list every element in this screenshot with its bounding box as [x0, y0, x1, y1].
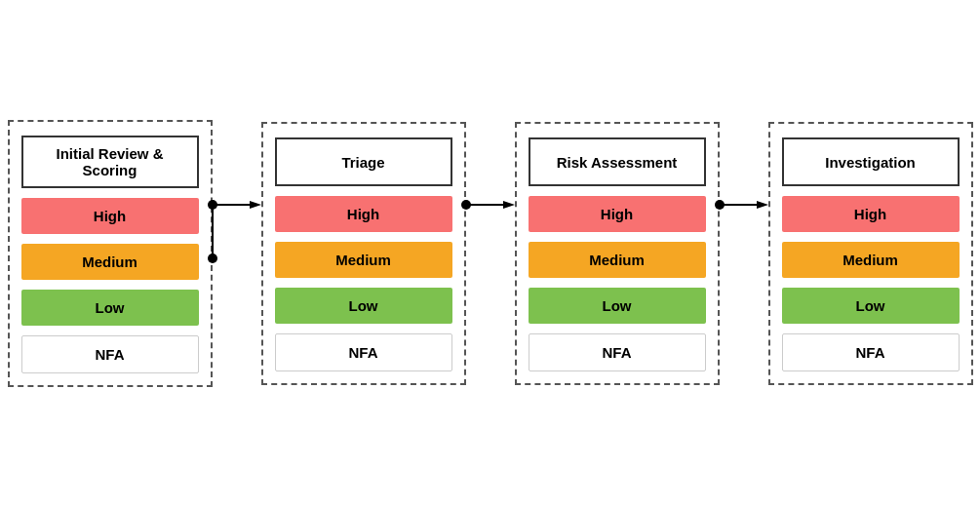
- item-high-1: High: [21, 198, 199, 234]
- arrow-2-svg: [466, 107, 515, 400]
- arrow-2-container: [466, 107, 515, 400]
- svg-marker-7: [503, 201, 515, 209]
- item-low-4: Low: [782, 288, 960, 324]
- arrow-1-container: [213, 107, 261, 400]
- workflow-diagram: Initial Review & Scoring High Medium Low…: [0, 88, 980, 419]
- arrow-3-container: [720, 107, 768, 400]
- item-medium-2: Medium: [275, 242, 452, 278]
- stage-investigation: Investigation High Medium Low NFA: [768, 122, 973, 385]
- stage-triage: Triage High Medium Low NFA: [261, 122, 466, 385]
- item-low-3: Low: [529, 288, 706, 324]
- item-nfa-4: NFA: [782, 333, 960, 371]
- item-medium-4: Medium: [782, 242, 960, 278]
- arrow-3-svg: [720, 107, 768, 400]
- stage-risk-assessment: Risk Assessment High Medium Low NFA: [515, 122, 720, 385]
- item-medium-3: Medium: [529, 242, 706, 278]
- stage-title-triage: Triage: [275, 137, 452, 186]
- arrow-1-svg: [213, 107, 261, 400]
- stage-title-investigation: Investigation: [782, 137, 960, 186]
- item-nfa-1: NFA: [21, 335, 199, 373]
- item-nfa-3: NFA: [529, 333, 706, 371]
- item-high-3: High: [529, 196, 706, 232]
- stage-initial-review: Initial Review & Scoring High Medium Low…: [8, 120, 213, 387]
- item-high-2: High: [275, 196, 452, 232]
- item-nfa-2: NFA: [275, 333, 452, 371]
- stage-title-initial-review: Initial Review & Scoring: [21, 136, 199, 188]
- svg-marker-1: [250, 201, 261, 209]
- item-medium-1: Medium: [21, 244, 199, 280]
- item-high-4: High: [782, 196, 960, 232]
- item-low-2: Low: [275, 288, 452, 324]
- item-low-1: Low: [21, 290, 199, 326]
- svg-marker-10: [757, 201, 768, 209]
- stage-title-risk-assessment: Risk Assessment: [529, 137, 706, 186]
